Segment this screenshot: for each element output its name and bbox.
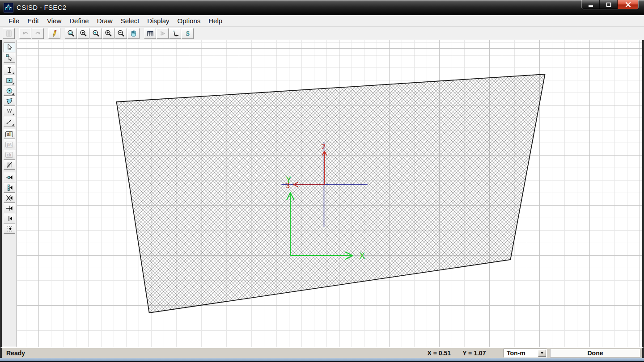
close-button[interactable] xyxy=(618,0,638,9)
menu-file[interactable]: File xyxy=(4,16,23,26)
minimize-button[interactable] xyxy=(582,0,600,9)
new-page-button xyxy=(3,28,15,39)
zoom-in-button[interactable] xyxy=(102,28,114,39)
main-toolbar: S xyxy=(0,27,644,40)
draw-ibeam-shape-tool[interactable] xyxy=(4,65,15,75)
draw-pencil-button[interactable] xyxy=(48,28,60,39)
zoom-all-button[interactable] xyxy=(77,28,89,39)
draw-solid-rectangle-tool[interactable] xyxy=(4,76,15,85)
side-tool-palette: all ps clr xyxy=(2,40,17,347)
show-section-properties-button[interactable]: S xyxy=(182,28,194,39)
draw-rebar-points-tool[interactable] xyxy=(4,106,15,116)
snap-to-grid-button[interactable] xyxy=(4,224,15,234)
snap-to-ends-midpoints-button[interactable] xyxy=(4,183,15,193)
draw-polygon-tool[interactable] xyxy=(4,96,15,106)
section-canvas[interactable]: 23YX xyxy=(17,40,642,347)
toggle-hatch-button[interactable] xyxy=(4,160,15,170)
show-all-button[interactable]: all xyxy=(4,129,15,139)
menu-view[interactable]: View xyxy=(43,16,65,26)
snap-to-points-button[interactable] xyxy=(4,173,15,182)
clr-button: clr xyxy=(4,150,15,160)
y-coordinate: Y = 1.07 xyxy=(462,349,486,357)
status-ready: Ready xyxy=(6,349,410,357)
ps-label: ps xyxy=(5,142,13,147)
snap-to-lines-button[interactable] xyxy=(4,214,15,223)
menu-edit[interactable]: Edit xyxy=(23,16,43,26)
flip-section-button xyxy=(157,28,169,39)
show-tables-button[interactable] xyxy=(144,28,156,39)
clr-label: clr xyxy=(5,152,13,158)
menu-select[interactable]: Select xyxy=(117,16,144,26)
x-coordinate: X = 0.51 xyxy=(428,349,451,357)
svg-text:S: S xyxy=(186,30,190,37)
pan-button[interactable] xyxy=(127,28,140,39)
axis-y-label: Y xyxy=(285,175,291,185)
done-button[interactable]: Done xyxy=(550,349,640,358)
menu-define[interactable]: Define xyxy=(65,16,93,26)
section-drawing: 23YX xyxy=(17,40,642,347)
ps-button: ps xyxy=(4,139,15,149)
axis-x-label: X xyxy=(359,251,365,261)
draw-solid-circle-tool[interactable] xyxy=(4,86,15,96)
units-value: Ton-m xyxy=(504,349,538,357)
done-label: Done xyxy=(588,349,603,357)
zoom-window-button[interactable] xyxy=(65,28,77,39)
zoom-out-button[interactable] xyxy=(115,28,127,39)
app-window: CSISD - FSEC2 File Edit View Define Draw… xyxy=(0,0,644,362)
menu-options[interactable]: Options xyxy=(174,16,205,26)
title-bar: CSISD - FSEC2 xyxy=(0,0,644,15)
menu-display[interactable]: Display xyxy=(143,16,173,26)
section-polygon xyxy=(116,74,545,313)
window-bottom-border xyxy=(0,358,644,362)
app-logo-icon xyxy=(4,3,13,13)
cursor-coordinates: X = 0.51 Y = 1.07 xyxy=(410,349,504,357)
undo-button xyxy=(19,28,31,39)
units-dropdown[interactable]: Ton-m xyxy=(504,349,547,358)
show-all-label: all xyxy=(5,131,13,137)
window-title: CSISD - FSEC2 xyxy=(17,4,66,11)
maximize-button[interactable] xyxy=(600,0,618,9)
menu-bar: File Edit View Define Draw Select Displa… xyxy=(0,15,644,27)
draw-line-tool[interactable] xyxy=(4,117,15,126)
redo-button xyxy=(32,28,44,39)
select-pointer-tool[interactable] xyxy=(4,42,15,52)
zoom-previous-button[interactable] xyxy=(90,28,102,39)
caption-buttons xyxy=(581,0,639,9)
dropdown-arrow-icon[interactable] xyxy=(538,349,546,357)
main-area: all ps clr xyxy=(0,40,644,347)
snap-to-intersections-button[interactable] xyxy=(4,193,15,203)
menu-help[interactable]: Help xyxy=(204,16,226,26)
snap-to-perpendicular-button[interactable] xyxy=(4,203,15,213)
show-axes-button[interactable] xyxy=(169,28,181,39)
axis-2-label: 2 xyxy=(321,143,326,151)
status-bar: Ready X = 0.51 Y = 1.07 Ton-m Done xyxy=(0,347,644,358)
reshape-tool[interactable] xyxy=(4,53,15,63)
menu-draw[interactable]: Draw xyxy=(93,16,117,26)
